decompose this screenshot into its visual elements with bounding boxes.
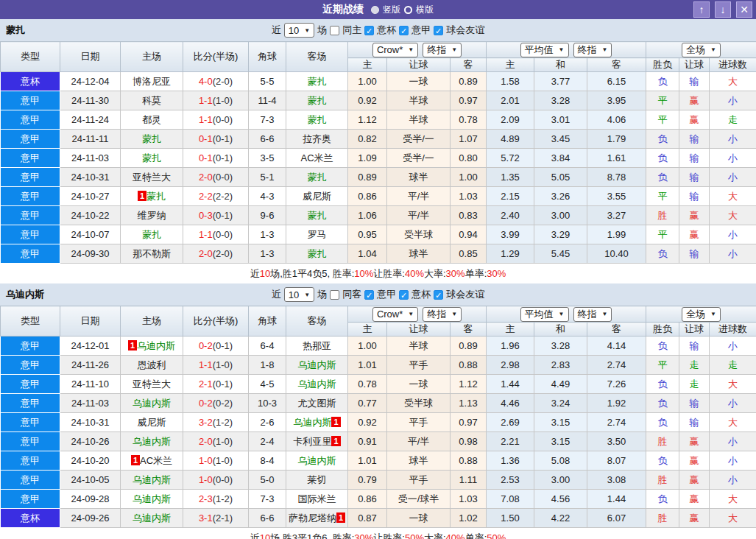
away-team-cell: 蒙扎: [286, 72, 348, 91]
handicap-line: 球半: [387, 451, 451, 471]
date-cell: 24-10-26: [60, 432, 121, 451]
result-goals: 小: [710, 91, 756, 110]
result-outcome: 平: [646, 356, 679, 375]
type-cell: 意甲: [1, 337, 60, 356]
match-count-select[interactable]: 10▼: [284, 287, 314, 302]
handicap-home-odds: 0.95: [348, 225, 387, 244]
filter-row-udinese: 乌迪内斯 近 10▼ 场 同客 意甲 意杯 球会友谊: [0, 283, 756, 306]
team-label: 蒙扎: [142, 229, 161, 240]
summary-segment: 30%: [446, 268, 465, 279]
scope-select[interactable]: 全场▼: [682, 307, 721, 322]
close-button[interactable]: ✕: [736, 1, 752, 18]
col-euro-away: 客: [587, 323, 646, 337]
euro-source-select[interactable]: 平均值▼: [520, 307, 569, 322]
same-home-checkbox[interactable]: [330, 26, 339, 35]
summary-segment: 大率:: [424, 267, 446, 281]
team-label: 蒙扎: [146, 191, 166, 202]
handicap-away-odds: 1.13: [451, 394, 487, 413]
euro-draw-odds: 3.00: [534, 471, 587, 490]
handicap-line: 受半球: [387, 394, 451, 413]
league-label-2: 意甲: [411, 24, 431, 37]
corner-cell: 2-4: [249, 432, 286, 451]
league-checkbox-2[interactable]: [399, 290, 409, 300]
home-team-cell: 乌迪内斯: [121, 471, 183, 490]
euro-source-select[interactable]: 平均值▼: [520, 43, 569, 57]
match-row: 意甲24-10-31威尼斯3-2(1-2)2-6乌迪内斯10.92平手0.972…: [1, 413, 756, 432]
handicap-line: 受半/一: [387, 149, 451, 168]
league-checkbox-2[interactable]: [399, 26, 409, 35]
team-label: 恩波利: [138, 359, 166, 370]
half-time-score: (2-0): [213, 248, 233, 259]
euro-draw-odds: 5.08: [534, 451, 587, 471]
summary-segment: 单率:: [465, 267, 487, 281]
scope-select[interactable]: 全场▼: [682, 43, 721, 57]
result-outcome: 胜: [646, 509, 679, 528]
match-count-select[interactable]: 10▼: [284, 23, 314, 38]
match-row: 意甲24-09-30那不勒斯2-0(2-0)1-3蒙扎1.04球半0.851.2…: [1, 244, 756, 264]
league-checkbox-3[interactable]: [434, 26, 443, 35]
home-team-cell: 蒙扎: [121, 149, 183, 168]
col-corner: 角球: [249, 42, 286, 72]
team-label: 蒙扎: [308, 95, 327, 106]
result-goals: 小: [710, 168, 756, 187]
result-outcome: 平: [646, 110, 679, 130]
full-time-score: 1-1: [199, 114, 213, 125]
euro-draw-odds: 3.29: [534, 225, 587, 244]
odds-time-select[interactable]: 终指▼: [423, 43, 462, 57]
chevron-down-icon: ▼: [451, 311, 457, 317]
col-away: 客场: [286, 306, 348, 337]
away-team-cell: 莱切: [286, 471, 348, 490]
result-outcome: 平: [646, 91, 679, 110]
full-time-score: 2-1: [199, 378, 213, 390]
handicap-away-odds: 0.83: [451, 206, 487, 225]
euro-draw-odds: 4.49: [534, 375, 587, 394]
euro-time-select[interactable]: 终指▼: [573, 43, 612, 57]
team-label: 萨勒尼塔纳: [289, 512, 336, 524]
summary-segment: 让胜率:: [373, 532, 405, 539]
handicap-home-odds: 1.00: [348, 72, 387, 91]
handicap-home-odds: 0.82: [348, 130, 387, 149]
half-time-score: (0-0): [213, 114, 233, 125]
match-row: 意甲24-09-28乌迪内斯2-3(1-2)7-3国际米兰0.86受一/球半1.…: [1, 490, 756, 509]
handicap-away-odds: 1.03: [451, 187, 487, 206]
euro-away-odds: 8.78: [587, 168, 646, 187]
red-card-badge: 1: [331, 436, 340, 446]
league-checkbox-1[interactable]: [364, 290, 374, 300]
team-label: 热那亚: [303, 340, 331, 351]
corner-cell: 10-3: [249, 394, 286, 413]
handicap-line: 球半: [387, 244, 451, 264]
euro-draw-odds: 3.84: [534, 149, 587, 168]
same-away-checkbox[interactable]: [330, 290, 339, 300]
col-result-hcp: 让球: [679, 323, 710, 337]
handicap-line: 一球: [387, 509, 451, 528]
handicap-home-odds: 1.12: [348, 110, 387, 130]
odds-source-select[interactable]: Crow*▼: [372, 43, 418, 57]
radio-horizontal-layout[interactable]: [404, 6, 412, 14]
handicap-away-odds: 0.88: [451, 356, 487, 375]
full-time-score: 2-3: [199, 493, 213, 504]
euro-home-odds: 2.53: [487, 471, 534, 490]
away-team-cell: 罗马: [286, 225, 348, 244]
odds-source-select[interactable]: Crow*▼: [372, 307, 418, 322]
odds-time-select[interactable]: 终指▼: [423, 307, 462, 322]
handicap-line: 受半球: [387, 225, 451, 244]
radio-vertical-layout[interactable]: [371, 6, 379, 14]
away-team-cell: 蒙扎: [286, 206, 348, 225]
euro-away-odds: 3.95: [587, 91, 646, 110]
date-cell: 24-10-31: [60, 168, 121, 187]
euro-home-odds: 7.08: [487, 490, 534, 509]
summary-segment: 40%: [405, 268, 424, 279]
league-label-3: 球会友谊: [446, 24, 484, 37]
type-cell: 意甲: [1, 168, 60, 187]
full-time-score: 2-0: [199, 436, 213, 447]
euro-away-odds: 2.74: [587, 356, 646, 375]
result-goals: 大: [710, 375, 756, 394]
league-checkbox-3[interactable]: [434, 290, 443, 300]
move-down-button[interactable]: ↓: [715, 1, 731, 18]
move-up-button[interactable]: ↑: [693, 1, 710, 18]
full-time-score: 1-1: [199, 229, 213, 240]
league-checkbox-1[interactable]: [364, 26, 374, 35]
match-row: 意甲24-10-31亚特兰大2-0(0-0)5-1蒙扎0.89球半1.001.3…: [1, 168, 756, 187]
chevron-down-icon: ▼: [710, 311, 716, 317]
euro-time-select[interactable]: 终指▼: [573, 307, 612, 322]
